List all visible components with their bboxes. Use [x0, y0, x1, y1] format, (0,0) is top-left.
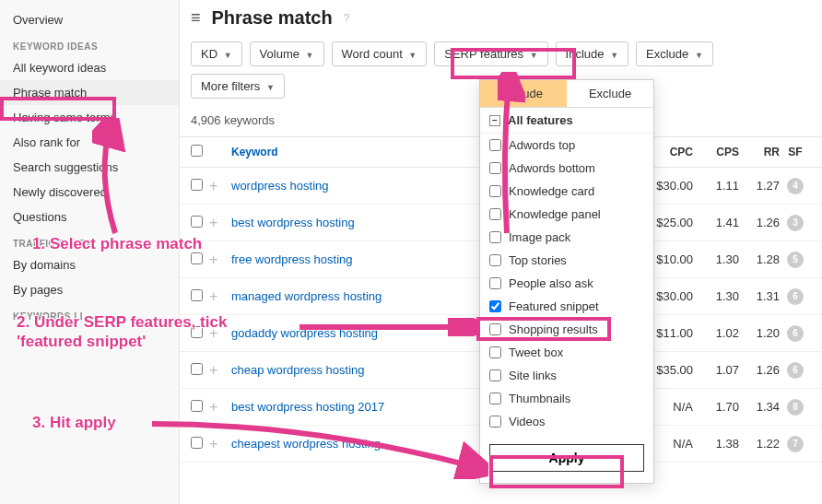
plus-icon[interactable]: + — [209, 399, 231, 416]
serp-option-featured-snippet[interactable]: Featured snippet — [480, 295, 653, 318]
caret-down-icon: ▼ — [224, 51, 232, 60]
rr-value: 1.31 — [739, 289, 780, 303]
dropdown-tab-exclude[interactable]: Exclude — [567, 80, 653, 108]
sidebar-item-phrase-match[interactable]: Phrase match — [0, 80, 179, 105]
caret-down-icon: ▼ — [408, 51, 417, 60]
cps-value: 1.30 — [693, 252, 739, 266]
cps-value: 1.38 — [693, 437, 739, 451]
option-checkbox[interactable] — [489, 254, 501, 266]
option-checkbox[interactable] — [489, 369, 501, 381]
sidebar-item-newly-discovered[interactable]: Newly discovered — [0, 180, 179, 205]
plus-icon[interactable]: + — [209, 178, 231, 194]
sidebar-item-by-pages[interactable]: By pages — [0, 277, 179, 302]
option-label: Site links — [509, 369, 557, 382]
hamburger-icon[interactable]: ≡ — [191, 8, 201, 28]
option-label: Tweet box — [509, 346, 563, 359]
column-sf[interactable]: SF — [780, 146, 811, 158]
help-icon[interactable]: ? — [344, 12, 350, 25]
sf-badge: 8 — [787, 399, 804, 416]
option-label: Shopping results — [509, 322, 598, 336]
option-label: Top stories — [509, 253, 567, 267]
row-checkbox[interactable] — [191, 289, 203, 301]
sf-badge: 4 — [787, 178, 804, 194]
rr-value: 1.28 — [739, 252, 780, 266]
sf-badge: 5 — [787, 252, 804, 268]
cps-value: 1.07 — [693, 363, 739, 377]
serp-option-tweet-box[interactable]: Tweet box — [480, 341, 653, 364]
arrow-3 — [147, 415, 488, 479]
column-rr[interactable]: RR — [739, 146, 780, 158]
plus-icon[interactable]: + — [209, 288, 231, 305]
caret-down-icon: ▼ — [610, 51, 618, 60]
sf-badge: 3 — [787, 215, 804, 231]
option-checkbox[interactable] — [489, 393, 501, 404]
option-checkbox[interactable] — [489, 277, 501, 289]
sf-badge: 6 — [787, 325, 804, 342]
sf-badge: 6 — [787, 362, 804, 379]
column-cps[interactable]: CPS — [693, 146, 739, 158]
plus-icon[interactable]: + — [209, 362, 231, 379]
plus-icon[interactable]: + — [209, 252, 231, 268]
cps-value: 1.70 — [693, 400, 739, 414]
sidebar-item-overview[interactable]: Overview — [0, 7, 179, 32]
filter-more-filters[interactable]: More filters ▼ — [191, 74, 285, 99]
rr-value: 1.26 — [739, 216, 780, 229]
sidebar-item-having-same-terms[interactable]: Having same terms — [0, 105, 179, 130]
apply-button[interactable]: Apply — [489, 444, 644, 472]
rr-value: 1.26 — [739, 363, 780, 377]
option-checkbox[interactable] — [489, 346, 501, 358]
row-checkbox[interactable] — [191, 400, 203, 412]
row-checkbox[interactable] — [191, 216, 203, 228]
cps-value: 1.41 — [693, 216, 739, 229]
cps-value: 1.30 — [693, 289, 739, 303]
serp-option-site-links[interactable]: Site links — [480, 364, 653, 387]
sidebar-item-all-keyword-ideas[interactable]: All keyword ideas — [0, 55, 179, 80]
arrow-2a — [498, 72, 525, 238]
page-title: Phrase match — [212, 7, 333, 29]
rr-value: 1.27 — [739, 179, 780, 193]
filter-volume[interactable]: Volume ▼ — [250, 41, 324, 66]
serp-option-thumbnails[interactable]: Thumbnails — [480, 387, 653, 410]
sidebar-item-search-suggestions[interactable]: Search suggestions — [0, 155, 179, 180]
rr-value: 1.34 — [739, 400, 780, 414]
option-checkbox[interactable] — [489, 416, 501, 428]
rr-value: 1.20 — [739, 326, 780, 340]
row-checkbox[interactable] — [191, 179, 203, 191]
annotation-text-2: 2. Under SERP features, tick 'featured s… — [17, 312, 293, 352]
option-label: People also ask — [509, 276, 593, 290]
cps-value: 1.02 — [693, 326, 739, 340]
annotation-text-1: 1. Select phrase match — [32, 234, 202, 253]
sidebar-item-also-rank-for[interactable]: Also rank for — [0, 130, 179, 155]
option-label: Videos — [509, 415, 546, 428]
filter-word-count[interactable]: Word count ▼ — [332, 41, 428, 66]
option-checkbox[interactable] — [489, 323, 501, 335]
option-label: Thumbnails — [509, 392, 570, 405]
filter-kd[interactable]: KD ▼ — [191, 41, 242, 66]
sf-badge: 6 — [787, 288, 804, 305]
arrow-2b — [295, 318, 479, 336]
select-all-checkbox[interactable] — [191, 145, 203, 157]
serp-option-shopping-results[interactable]: Shopping results — [480, 318, 653, 341]
sf-badge: 7 — [787, 436, 804, 452]
option-checkbox[interactable] — [489, 300, 501, 312]
serp-option-top-stories[interactable]: Top stories — [480, 249, 653, 272]
filter-serp-features[interactable]: SERP features ▼ — [434, 41, 547, 66]
option-label: Featured snippet — [509, 299, 599, 313]
sidebar-item-questions[interactable]: Questions — [0, 205, 179, 229]
row-checkbox[interactable] — [191, 252, 203, 264]
arrow-1 — [92, 118, 138, 238]
caret-down-icon: ▼ — [695, 51, 703, 60]
plus-icon[interactable]: + — [209, 215, 231, 231]
annotation-text-3: 3. Hit apply — [32, 413, 116, 432]
serp-option-videos[interactable]: Videos — [480, 410, 653, 433]
cps-value: 1.11 — [693, 179, 739, 193]
rr-value: 1.22 — [739, 437, 780, 451]
caret-down-icon: ▼ — [530, 51, 538, 60]
filter-exclude[interactable]: Exclude ▼ — [636, 41, 713, 66]
filter-include[interactable]: Include ▼ — [556, 41, 628, 66]
sidebar-section-keyword-ideas: KEYWORD IDEAS — [0, 32, 179, 55]
serp-option-people-also-ask[interactable]: People also ask — [480, 272, 653, 295]
row-checkbox[interactable] — [191, 363, 203, 375]
sidebar-item-by-domains[interactable]: By domains — [0, 252, 179, 277]
caret-down-icon: ▼ — [306, 51, 314, 60]
